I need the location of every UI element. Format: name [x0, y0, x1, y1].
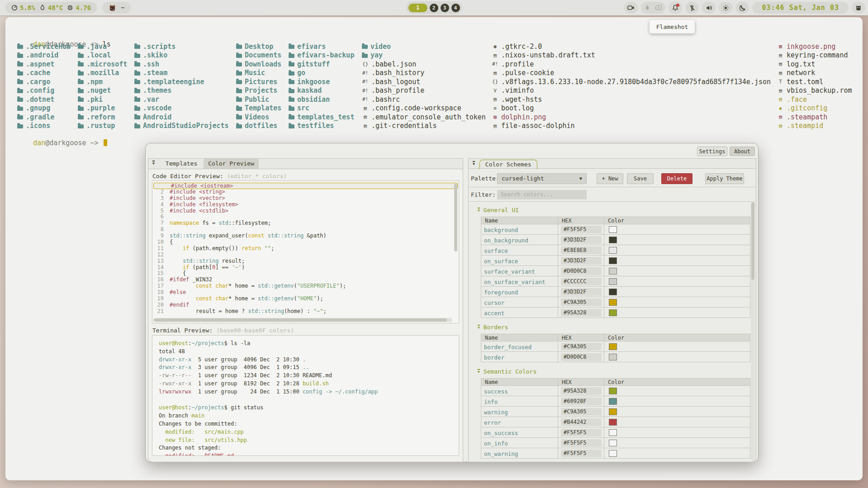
- color-row-on_background[interactable]: on_background#3D3D2F: [481, 235, 750, 245]
- color-swatch[interactable]: [609, 419, 617, 426]
- panel-scrollbar-thumb[interactable]: [751, 202, 754, 280]
- hex-value-field[interactable]: #C9A305: [561, 298, 602, 306]
- folder-item: .aspnet: [17, 60, 71, 69]
- new-palette-button[interactable]: + New: [597, 173, 623, 184]
- hex-value-field[interactable]: #C9A305: [561, 343, 602, 351]
- save-button[interactable]: Save: [627, 173, 654, 184]
- color-row-border_focused[interactable]: border_focused#C9A305: [481, 341, 750, 352]
- hex-value-field[interactable]: #3D3D2F: [561, 257, 602, 265]
- notifications-button[interactable]: [669, 2, 682, 14]
- workspace-3[interactable]: 3: [441, 4, 449, 12]
- workspace-1-active[interactable]: 1: [408, 4, 427, 12]
- collapse-arrow-icon[interactable]: ▼: [478, 208, 480, 213]
- delete-button[interactable]: Delete: [661, 173, 693, 184]
- panel-scrollbar[interactable]: [751, 202, 755, 461]
- color-swatch[interactable]: [609, 354, 617, 360]
- settings-button[interactable]: Settings: [697, 147, 727, 156]
- hex-value-field[interactable]: #E8E8E8: [561, 246, 602, 254]
- color-row-surface[interactable]: surface#E8E8E8: [481, 245, 750, 256]
- screen-record-button[interactable]: [624, 2, 638, 14]
- entry-name: test.toml: [787, 78, 823, 86]
- color-row-cursor[interactable]: cursor#C9A305: [481, 297, 750, 308]
- screen-lock-icon[interactable]: [655, 5, 662, 11]
- bluetooth-button[interactable]: [685, 2, 699, 14]
- night-light-button[interactable]: [735, 2, 749, 14]
- color-row-on_warning[interactable]: on_warning#F5F5F5: [481, 448, 750, 459]
- color-row-on_surface[interactable]: on_surface#3D3D2F: [481, 256, 750, 266]
- hex-value-field[interactable]: #95A328: [561, 387, 602, 395]
- color-swatch[interactable]: [609, 268, 617, 275]
- color-row-info[interactable]: info#60928F: [481, 396, 750, 407]
- code-hscroll-thumb[interactable]: [154, 318, 447, 322]
- workspace-4[interactable]: 4: [451, 4, 460, 12]
- hex-value-field[interactable]: #F5F5F5: [561, 226, 602, 233]
- color-swatch[interactable]: [609, 398, 617, 405]
- hex-value-field[interactable]: #CCCCCC: [561, 278, 602, 285]
- color-row-surface_variant[interactable]: surface_variant#D0D0C8: [481, 266, 750, 276]
- color-swatch[interactable]: [609, 257, 617, 264]
- color-row-border[interactable]: border#D0D0C8: [481, 352, 750, 362]
- flameshot-icon[interactable]: [644, 5, 650, 11]
- color-swatch[interactable]: [609, 388, 617, 394]
- hex-value-field[interactable]: #F5F5F5: [561, 450, 602, 457]
- color-row-on_success[interactable]: on_success#F5F5F5: [481, 427, 750, 438]
- hex-value-field[interactable]: #F5F5F5: [561, 439, 602, 447]
- code-vertical-scrollbar[interactable]: [454, 184, 457, 251]
- hex-value-field[interactable]: #D0D0C8: [561, 267, 602, 275]
- collapse-arrow-icon[interactable]: ▼: [473, 161, 475, 166]
- prompt-line-2[interactable]: dan@darkgoose ~>: [17, 131, 107, 155]
- color-swatch[interactable]: [609, 440, 617, 446]
- palette-select[interactable]: cursed-light ▼: [497, 173, 587, 184]
- collapse-arrow-icon[interactable]: ▼: [478, 369, 480, 374]
- hex-value-field[interactable]: #3D3D2F: [561, 288, 602, 296]
- hex-value-field[interactable]: #3D3D2F: [561, 236, 602, 244]
- clock-pill[interactable]: 03:46 Sat, Jan 03: [752, 2, 849, 14]
- system-stats-pill[interactable]: 5.8% 48°C 4.7G: [5, 2, 97, 14]
- hex-value-field[interactable]: #C9A305: [561, 408, 602, 416]
- workspace-2[interactable]: 2: [430, 4, 438, 12]
- about-button[interactable]: About: [730, 147, 755, 156]
- color-row-on_info[interactable]: on_info#F5F5F5: [481, 438, 750, 448]
- terminal-app-pill[interactable]: ~: [102, 2, 130, 14]
- color-swatch[interactable]: [609, 247, 617, 254]
- color-row-error[interactable]: error#B44242: [481, 417, 750, 427]
- color-swatch[interactable]: [609, 429, 617, 436]
- color-swatch[interactable]: [609, 237, 617, 243]
- file-icon: #!: [362, 96, 369, 102]
- tab-color-preview[interactable]: Color Preview: [204, 159, 259, 169]
- apply-theme-button[interactable]: Apply Theme: [705, 173, 744, 184]
- color-row-warning[interactable]: warning#C9A305: [481, 407, 750, 417]
- code-horizontal-scrollbar[interactable]: [153, 318, 452, 322]
- color-swatch[interactable]: [609, 289, 617, 295]
- brightness-button[interactable]: [719, 2, 732, 14]
- folder-item: templates_test: [289, 113, 354, 122]
- hex-value-field[interactable]: #95A328: [561, 309, 602, 317]
- hex-value-field[interactable]: #D0D0C8: [561, 353, 602, 361]
- tray-owl-button[interactable]: [852, 2, 865, 14]
- color-swatch[interactable]: [609, 450, 617, 457]
- hex-value-field[interactable]: #B44242: [561, 418, 602, 426]
- color-row-foreground[interactable]: foreground#3D3D2F: [481, 287, 750, 297]
- hex-value-field[interactable]: #F5F5F5: [561, 429, 602, 436]
- color-swatch[interactable]: [609, 299, 617, 306]
- color-row-background[interactable]: background#F5F5F5: [481, 224, 750, 235]
- tab-templates[interactable]: Templates: [161, 159, 202, 169]
- color-swatch[interactable]: [609, 278, 617, 285]
- collapse-arrow-icon[interactable]: ▼: [152, 161, 155, 166]
- color-swatch[interactable]: [609, 408, 617, 415]
- tray-apps-pill[interactable]: [641, 2, 665, 14]
- file-icon: ≡: [492, 105, 498, 111]
- filter-input[interactable]: [497, 190, 587, 199]
- color-swatch[interactable]: [609, 226, 617, 233]
- collapse-arrow-icon[interactable]: ▼: [478, 325, 480, 330]
- color-row-on_surface_variant[interactable]: on_surface_variant#CCCCCC: [481, 276, 750, 287]
- hex-value-field[interactable]: #60928F: [561, 398, 602, 405]
- folder-item: .gnupg: [17, 104, 71, 113]
- folder-item: .icons: [17, 122, 71, 131]
- color-row-success[interactable]: success#95A328: [481, 386, 750, 396]
- volume-button[interactable]: [702, 2, 716, 14]
- color-row-accent[interactable]: accent#95A328: [481, 308, 750, 318]
- color-name: accent: [484, 310, 504, 317]
- color-swatch[interactable]: [609, 309, 617, 316]
- color-swatch[interactable]: [609, 343, 617, 350]
